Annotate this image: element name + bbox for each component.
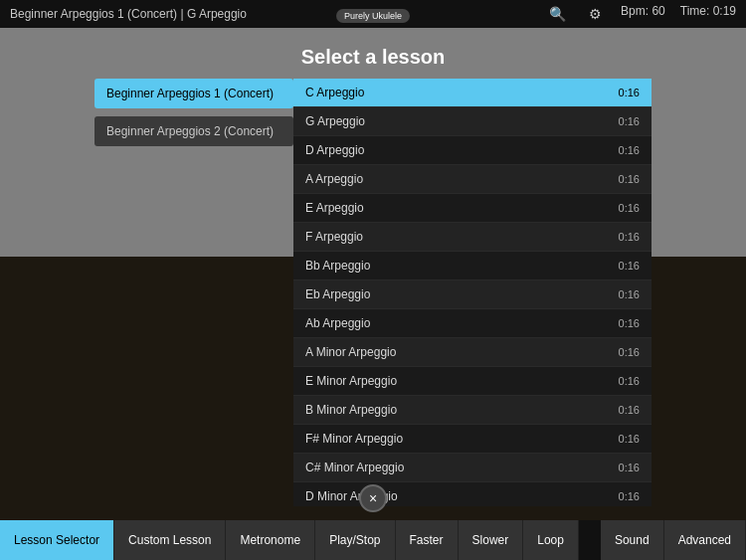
advanced-button[interactable]: Advanced	[664, 520, 746, 560]
lesson-item-1[interactable]: G Arpeggio0:16	[293, 107, 652, 136]
lesson-time: 0:16	[619, 202, 640, 214]
play-stop-button[interactable]: Play/Stop	[315, 520, 395, 560]
close-button[interactable]: ×	[359, 484, 387, 512]
lesson-panel: Beginner Arpeggios 1 (Concert) Beginner …	[94, 79, 652, 506]
custom-lesson-button[interactable]: Custom Lesson	[114, 520, 226, 560]
lesson-time: 0:16	[619, 115, 640, 127]
lesson-item-8[interactable]: Ab Arpeggio0:16	[293, 309, 652, 338]
time-display: Time: 0:19	[680, 4, 736, 24]
lesson-name: F Arpeggio	[305, 230, 363, 244]
lesson-name: A Minor Arpeggio	[305, 345, 396, 359]
lesson-time: 0:16	[619, 173, 640, 185]
lesson-name: C# Minor Arpeggio	[305, 461, 404, 474]
lesson-item-13[interactable]: C# Minor Arpeggio0:16	[293, 454, 652, 482]
bottom-bar: Lesson SelectorCustom LessonMetronomePla…	[0, 520, 746, 560]
sound-button[interactable]: Sound	[601, 520, 664, 560]
lesson-name: F# Minor Arpeggio	[305, 432, 403, 446]
category-item-0[interactable]: Beginner Arpeggios 1 (Concert)	[94, 79, 293, 108]
lesson-time: 0:16	[619, 288, 640, 300]
lesson-item-3[interactable]: A Arpeggio0:16	[293, 165, 652, 194]
lesson-selector-button[interactable]: Lesson Selector	[0, 520, 114, 560]
lesson-time: 0:16	[619, 462, 640, 473]
faster-button[interactable]: Faster	[396, 520, 459, 560]
lesson-time: 0:16	[619, 433, 640, 445]
lesson-item-2[interactable]: D Arpeggio0:16	[293, 136, 652, 165]
top-bar: Beginner Arpeggios 1 (Concert) | G Arpeg…	[0, 0, 746, 28]
lesson-time: 0:16	[619, 317, 640, 329]
lesson-name: E Minor Arpeggio	[305, 374, 397, 388]
lesson-item-0[interactable]: C Arpeggio0:16	[293, 79, 652, 107]
lesson-name: E Arpeggio	[305, 201, 364, 215]
purely-ukulele-logo: Purely Ukulele	[336, 9, 410, 23]
lesson-name: G Arpeggio	[305, 114, 365, 128]
close-icon: ×	[369, 490, 377, 506]
lesson-time: 0:16	[619, 404, 640, 416]
lesson-time: 0:16	[619, 231, 640, 243]
lesson-item-12[interactable]: F# Minor Arpeggio0:16	[293, 425, 652, 454]
lesson-time: 0:16	[619, 346, 640, 358]
lesson-item-9[interactable]: A Minor Arpeggio0:16	[293, 338, 652, 367]
lesson-time: 0:16	[619, 87, 640, 98]
lesson-name: A Arpeggio	[305, 172, 363, 186]
lesson-name: Eb Arpeggio	[305, 287, 370, 301]
lesson-item-5[interactable]: F Arpeggio0:16	[293, 223, 652, 252]
top-bar-right: 🔍 ⚙ Bpm: 60 Time: 0:19	[545, 4, 736, 24]
lesson-name: B Minor Arpeggio	[305, 403, 397, 417]
lesson-item-6[interactable]: Bb Arpeggio0:16	[293, 252, 652, 280]
slower-button[interactable]: Slower	[459, 520, 524, 560]
lesson-item-7[interactable]: Eb Arpeggio0:16	[293, 280, 652, 309]
category-item-1[interactable]: Beginner Arpeggios 2 (Concert)	[94, 116, 293, 146]
loop-button[interactable]: Loop	[523, 520, 579, 560]
breadcrumb: Beginner Arpeggios 1 (Concert) | G Arpeg…	[10, 7, 247, 21]
settings-button[interactable]: ⚙	[585, 4, 606, 24]
search-button[interactable]: 🔍	[545, 4, 570, 24]
metronome-button[interactable]: Metronome	[226, 520, 315, 560]
lesson-name: C Arpeggio	[305, 86, 364, 99]
lesson-time: 0:16	[619, 144, 640, 156]
lesson-name: D Arpeggio	[305, 143, 364, 157]
lesson-time: 0:16	[619, 260, 640, 272]
modal-title: Select a lesson	[301, 46, 446, 69]
lessons-column[interactable]: C Arpeggio0:16G Arpeggio0:16D Arpeggio0:…	[293, 79, 652, 506]
modal-overlay: Select a lesson Beginner Arpeggios 1 (Co…	[0, 28, 746, 520]
categories-column: Beginner Arpeggios 1 (Concert) Beginner …	[94, 79, 293, 506]
lesson-item-10[interactable]: E Minor Arpeggio0:16	[293, 367, 652, 396]
lesson-time: 0:16	[619, 375, 640, 387]
top-logo: Purely Ukulele	[336, 5, 410, 23]
lesson-name: Bb Arpeggio	[305, 259, 370, 273]
bpm-display: Bpm: 60	[621, 4, 665, 24]
lesson-name: Ab Arpeggio	[305, 316, 370, 330]
lesson-time: 0:16	[619, 490, 640, 502]
lesson-item-11[interactable]: B Minor Arpeggio0:16	[293, 396, 652, 425]
lesson-item-4[interactable]: E Arpeggio0:16	[293, 194, 652, 223]
lesson-item-14[interactable]: D Minor Arpeggio0:16	[293, 482, 652, 506]
